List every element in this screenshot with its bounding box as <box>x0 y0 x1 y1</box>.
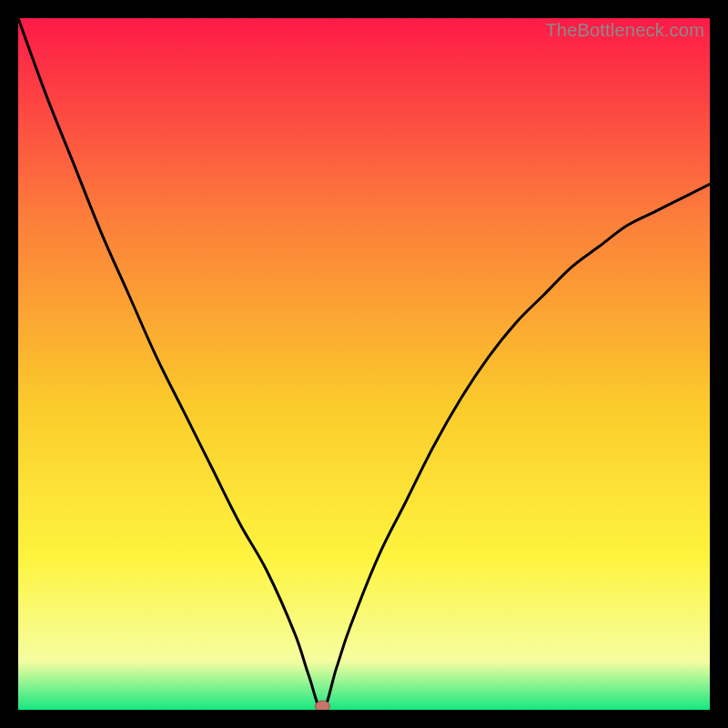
chart-frame: TheBottleneck.com <box>18 18 710 710</box>
watermark-text: TheBottleneck.com <box>545 20 704 41</box>
bottleneck-chart <box>18 18 710 710</box>
minimum-marker <box>315 701 329 710</box>
gradient-background <box>18 18 710 710</box>
